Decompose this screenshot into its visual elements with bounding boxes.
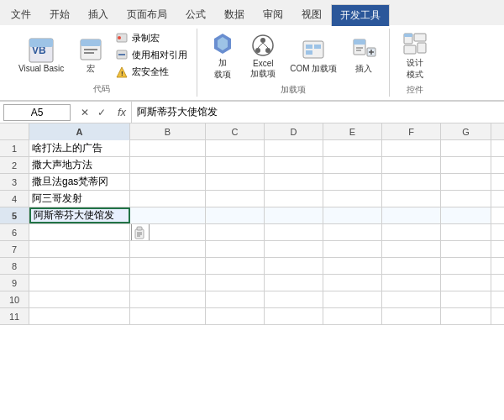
- tab-review[interactable]: 审阅: [254, 3, 292, 25]
- cell-d6[interactable]: [265, 224, 323, 240]
- com-addin-button[interactable]: COM 加载项: [285, 34, 342, 76]
- cell-f11[interactable]: [382, 308, 441, 324]
- visual-basic-button[interactable]: VB Visual Basic: [13, 35, 69, 75]
- cell-a7[interactable]: [29, 241, 130, 257]
- cell-b5[interactable]: [130, 207, 206, 223]
- cell-g10[interactable]: [441, 291, 491, 307]
- macro-button[interactable]: 宏: [72, 34, 109, 76]
- formula-input[interactable]: [132, 105, 504, 120]
- cell-e3[interactable]: [323, 174, 382, 190]
- cell-g4[interactable]: [441, 191, 491, 207]
- cell-c11[interactable]: [206, 308, 265, 324]
- cell-e6[interactable]: [323, 224, 382, 240]
- cell-g7[interactable]: [441, 241, 491, 257]
- col-header-e[interactable]: E: [323, 123, 382, 140]
- cell-a6[interactable]: [29, 224, 130, 240]
- cell-a5[interactable]: 阿斯蒂芬大使馆发: [29, 207, 130, 223]
- cell-g11[interactable]: [441, 308, 491, 324]
- cell-f3[interactable]: [382, 174, 441, 190]
- cell-e11[interactable]: [323, 308, 382, 324]
- cell-d7[interactable]: [265, 241, 323, 257]
- settings-button[interactable]: 设计模式: [396, 29, 433, 82]
- addin-button[interactable]: 加载项: [204, 29, 241, 82]
- cell-d5[interactable]: [265, 207, 323, 223]
- cell-g5[interactable]: [441, 207, 491, 223]
- confirm-formula-button[interactable]: ✓: [94, 105, 109, 120]
- cell-g6[interactable]: [441, 224, 491, 240]
- cell-c4[interactable]: [206, 191, 265, 207]
- record-macro-button[interactable]: 录制宏: [113, 31, 190, 46]
- cell-c9[interactable]: [206, 275, 265, 291]
- cell-c7[interactable]: [206, 241, 265, 257]
- tab-page-layout[interactable]: 页面布局: [118, 3, 176, 25]
- cell-a10[interactable]: [29, 291, 130, 307]
- cell-d10[interactable]: [265, 291, 323, 307]
- cell-f2[interactable]: [382, 157, 441, 173]
- cell-g8[interactable]: [441, 258, 491, 274]
- cell-reference-box[interactable]: [3, 104, 71, 121]
- cell-f1[interactable]: [382, 140, 441, 156]
- cell-e5[interactable]: [323, 207, 382, 223]
- cell-e2[interactable]: [323, 157, 382, 173]
- cell-b4[interactable]: [130, 191, 206, 207]
- cell-c3[interactable]: [206, 174, 265, 190]
- cell-b11[interactable]: [130, 308, 206, 324]
- cell-f6[interactable]: [382, 224, 441, 240]
- cancel-formula-button[interactable]: ✕: [77, 105, 92, 120]
- cell-f9[interactable]: [382, 275, 441, 291]
- col-header-c[interactable]: C: [206, 123, 265, 140]
- cell-c5[interactable]: [206, 207, 265, 223]
- cell-b3[interactable]: [130, 174, 206, 190]
- tab-file[interactable]: 文件: [2, 3, 40, 25]
- cell-f5[interactable]: [382, 207, 441, 223]
- tab-developer[interactable]: 开发工具: [331, 4, 390, 26]
- cell-g9[interactable]: [441, 275, 491, 291]
- cell-e8[interactable]: [323, 258, 382, 274]
- cell-f7[interactable]: [382, 241, 441, 257]
- cell-d8[interactable]: [265, 258, 323, 274]
- cell-e1[interactable]: [323, 140, 382, 156]
- cell-c10[interactable]: [206, 291, 265, 307]
- relative-ref-button[interactable]: 使用相对引用: [113, 48, 190, 63]
- cell-f8[interactable]: [382, 258, 441, 274]
- cell-b10[interactable]: [130, 291, 206, 307]
- cell-b8[interactable]: [130, 258, 206, 274]
- cell-e7[interactable]: [323, 241, 382, 257]
- tab-formula[interactable]: 公式: [176, 3, 215, 25]
- cell-a8[interactable]: [29, 258, 130, 274]
- tab-view[interactable]: 视图: [292, 3, 331, 25]
- tab-insert[interactable]: 插入: [79, 3, 118, 25]
- cell-f10[interactable]: [382, 291, 441, 307]
- cell-d4[interactable]: [265, 191, 323, 207]
- cell-e10[interactable]: [323, 291, 382, 307]
- insert-button[interactable]: 插入: [345, 34, 382, 76]
- col-header-d[interactable]: D: [265, 123, 323, 140]
- cell-g2[interactable]: [441, 157, 491, 173]
- cell-c2[interactable]: [206, 157, 265, 173]
- tab-start[interactable]: 开始: [40, 3, 79, 25]
- cell-a1[interactable]: 啥打法上的广告: [29, 140, 130, 156]
- cell-d1[interactable]: [265, 140, 323, 156]
- cell-g3[interactable]: [441, 174, 491, 190]
- cell-b6[interactable]: [130, 224, 206, 240]
- cell-a11[interactable]: [29, 308, 130, 324]
- cell-f4[interactable]: [382, 191, 441, 207]
- cell-c8[interactable]: [206, 258, 265, 274]
- cell-b2[interactable]: [130, 157, 206, 173]
- paste-icon[interactable]: [131, 224, 150, 240]
- col-header-g[interactable]: G: [441, 123, 491, 140]
- cell-a4[interactable]: 阿三哥发射: [29, 191, 130, 207]
- cell-d3[interactable]: [265, 174, 323, 190]
- cell-g1[interactable]: [441, 140, 491, 156]
- cell-d2[interactable]: [265, 157, 323, 173]
- cell-c1[interactable]: [206, 140, 265, 156]
- macro-security-button[interactable]: ! 宏安全性: [113, 65, 190, 80]
- cell-a2[interactable]: 撒大声地方法: [29, 157, 130, 173]
- cell-c6[interactable]: [206, 224, 265, 240]
- col-header-f[interactable]: F: [382, 123, 441, 140]
- cell-a9[interactable]: [29, 275, 130, 291]
- cell-a3[interactable]: 撒旦法gas梵蒂冈: [29, 174, 130, 190]
- col-header-b[interactable]: B: [130, 123, 206, 140]
- cell-d11[interactable]: [265, 308, 323, 324]
- cell-d9[interactable]: [265, 275, 323, 291]
